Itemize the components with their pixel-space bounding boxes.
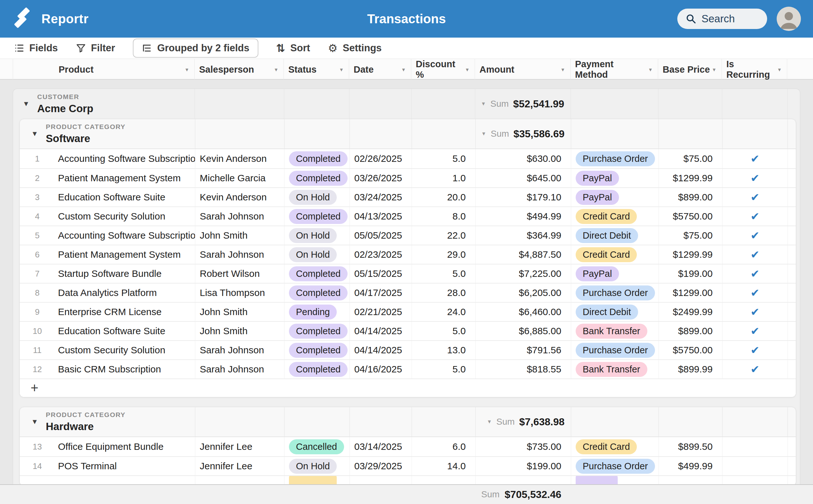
table-row[interactable]: 1 Accounting Software Subscription Kevin… — [20, 149, 796, 168]
cell-date[interactable]: 04/13/2025 — [349, 207, 412, 226]
search-input[interactable] — [701, 13, 752, 25]
status-badge[interactable]: Completed — [289, 324, 348, 339]
cell-base-price[interactable]: $5750.00 — [658, 207, 722, 226]
cell-amount[interactable]: $645.00 — [475, 169, 571, 187]
cell-amount[interactable]: $364.99 — [475, 226, 571, 245]
column-header-date[interactable]: Date▼ — [349, 59, 411, 80]
status-badge[interactable]: Completed — [289, 362, 348, 377]
cell-salesperson[interactable]: Sarah Johnson — [195, 207, 284, 226]
cell-date[interactable]: 04/17/2025 — [349, 284, 412, 302]
cell-product[interactable]: Custom Security Solution — [58, 345, 165, 356]
cell-amount[interactable]: $735.00 — [475, 437, 571, 456]
cell-salesperson[interactable]: Michelle Garcia — [195, 169, 284, 187]
cell-discount[interactable]: 1.0 — [412, 169, 475, 187]
column-header-amount[interactable]: Amount▼ — [475, 59, 570, 80]
cell-product[interactable]: Enterprise CRM License — [58, 306, 162, 317]
table-row[interactable]: 12 Basic CRM Subscription Sarah Johnson … — [20, 359, 796, 378]
payment-method-badge[interactable]: Purchase Order — [576, 343, 655, 358]
table-row[interactable]: 13 Office Equipment Bundle Jennifer Lee … — [20, 437, 796, 456]
table-row[interactable]: 14 POS Terminal Jennifer Lee On Hold 03/… — [20, 456, 796, 475]
cell-product[interactable]: Patient Management System — [58, 249, 181, 260]
cell-date[interactable]: 04/14/2025 — [349, 322, 412, 340]
status-badge[interactable]: On Hold — [289, 247, 337, 262]
cell-base-price[interactable]: $899.00 — [658, 322, 722, 340]
column-dropdown-icon[interactable]: ▼ — [465, 67, 470, 72]
row-number[interactable]: 5 — [20, 231, 55, 241]
status-badge[interactable]: Completed — [289, 209, 348, 224]
cell-discount[interactable]: 6.0 — [412, 437, 475, 456]
cell-date[interactable]: 03/26/2025 — [349, 169, 412, 187]
table-row[interactable]: 6 Patient Management System Sarah Johnso… — [20, 245, 796, 264]
sort-button[interactable]: ⇅ Sort — [276, 42, 310, 54]
cell-salesperson[interactable]: John Smith — [195, 322, 284, 340]
cell-base-price[interactable]: $1299.00 — [658, 284, 722, 302]
cell-date[interactable]: 03/14/2025 — [349, 437, 412, 456]
collapse-triangle-icon[interactable]: ▼ — [31, 418, 38, 425]
cell-discount[interactable]: 28.0 — [412, 284, 475, 302]
row-number[interactable]: 7 — [20, 269, 55, 279]
cell-product[interactable]: POS Terminal — [58, 461, 117, 472]
payment-method-badge[interactable]: Purchase Order — [576, 151, 655, 166]
cell-product[interactable]: Accounting Software Subscription — [58, 230, 195, 241]
cell-discount[interactable]: 14.0 — [412, 457, 475, 475]
cell-is-recurring[interactable]: ✔ — [722, 264, 788, 283]
cell-is-recurring[interactable]: ✔ — [722, 149, 788, 168]
grouped-by-button[interactable]: Grouped by 2 fields — [133, 39, 258, 58]
cell-base-price[interactable]: $899.00 — [658, 188, 722, 206]
cell-is-recurring[interactable]: ✔ — [722, 284, 788, 302]
cell-product[interactable]: Startup Software Bundle — [58, 268, 162, 279]
cell-amount[interactable]: $6,205.00 — [475, 284, 571, 302]
table-row[interactable]: 3 Education Software Suite Kevin Anderso… — [20, 187, 796, 206]
column-dropdown-icon[interactable]: ▼ — [401, 67, 406, 72]
cell-base-price[interactable]: $199.00 — [658, 264, 722, 283]
filter-button[interactable]: Filter — [76, 42, 115, 54]
cell-salesperson[interactable]: John Smith — [195, 303, 284, 321]
payment-method-badge[interactable]: PayPal — [576, 190, 619, 205]
column-dropdown-icon[interactable]: ▼ — [274, 67, 278, 72]
cell-date[interactable]: 02/23/2025 — [349, 245, 412, 264]
cell-is-recurring[interactable]: ✔ — [722, 207, 788, 226]
row-number[interactable]: 14 — [20, 461, 55, 471]
table-row[interactable]: 11 Custom Security Solution Sarah Johnso… — [20, 340, 796, 359]
cell-is-recurring[interactable] — [722, 457, 788, 475]
cell-date[interactable]: 02/26/2025 — [349, 149, 412, 168]
table-row[interactable]: 5 Accounting Software Subscription John … — [20, 226, 796, 245]
cell-salesperson[interactable]: Sarah Johnson — [195, 341, 284, 359]
cell-amount[interactable]: $6,885.00 — [475, 322, 571, 340]
fields-button[interactable]: Fields — [14, 42, 58, 54]
row-number[interactable]: 8 — [20, 288, 55, 298]
status-badge[interactable]: Completed — [289, 343, 348, 358]
status-badge[interactable]: On Hold — [289, 190, 337, 205]
cell-product[interactable]: Custom Security Solution — [58, 211, 165, 222]
column-dropdown-icon[interactable]: ▼ — [339, 67, 344, 72]
cell-is-recurring[interactable]: ✔ — [722, 226, 788, 245]
settings-button[interactable]: ⚙ Settings — [328, 42, 382, 54]
cell-date[interactable]: 04/16/2025 — [349, 360, 412, 378]
payment-method-badge[interactable]: Purchase Order — [576, 285, 655, 300]
status-badge[interactable]: Completed — [289, 171, 348, 186]
column-dropdown-icon[interactable]: ▼ — [777, 67, 782, 72]
table-row[interactable]: 10 Education Software Suite John Smith C… — [20, 321, 796, 340]
cell-is-recurring[interactable]: ✔ — [722, 169, 788, 187]
cell-base-price[interactable]: $75.00 — [658, 226, 722, 245]
collapse-triangle-icon[interactable]: ▼ — [23, 100, 30, 107]
collapse-triangle-icon[interactable]: ▼ — [31, 130, 38, 137]
cell-salesperson[interactable]: Kevin Anderson — [195, 149, 284, 168]
payment-method-badge[interactable]: Purchase Order — [576, 459, 655, 474]
cell-date[interactable]: 02/21/2025 — [349, 303, 412, 321]
cell-base-price[interactable]: $899.50 — [658, 437, 722, 456]
cell-product[interactable]: Patient Management System — [58, 173, 181, 184]
cell-salesperson[interactable]: Robert Wilson — [195, 264, 284, 283]
table-row[interactable]: 2 Patient Management System Michelle Gar… — [20, 168, 796, 187]
cell-discount[interactable]: 5.0 — [412, 264, 475, 283]
cell-is-recurring[interactable]: ✔ — [722, 188, 788, 206]
status-badge[interactable]: On Hold — [289, 459, 337, 474]
column-header-product[interactable]: Product▼ — [13, 59, 194, 80]
cell-date[interactable]: 05/15/2025 — [349, 264, 412, 283]
payment-method-badge[interactable]: Credit Card — [576, 439, 637, 454]
column-header-is-recurring[interactable]: Is Recurring▼ — [722, 59, 787, 80]
column-header-status[interactable]: Status▼ — [284, 59, 349, 80]
payment-method-badge[interactable]: Direct Debit — [576, 228, 638, 243]
cell-is-recurring[interactable]: ✔ — [722, 245, 788, 264]
cell-date[interactable]: 04/14/2025 — [349, 341, 412, 359]
